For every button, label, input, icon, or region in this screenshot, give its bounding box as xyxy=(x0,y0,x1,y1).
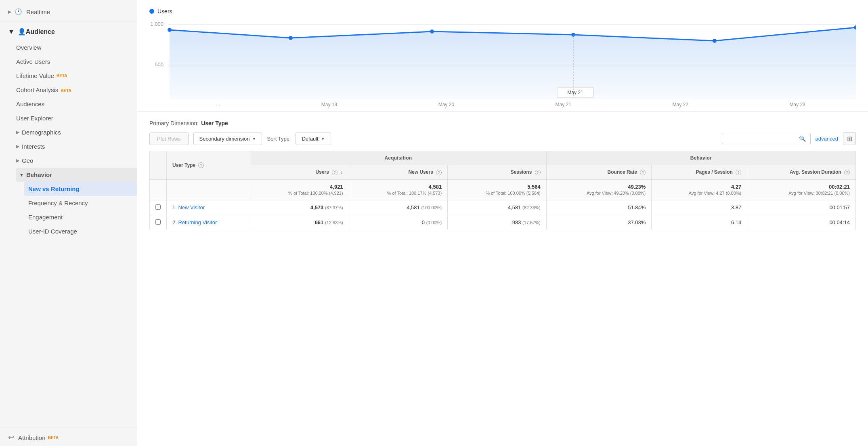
user-type-header: User Type ? xyxy=(167,151,250,180)
behavior-group-header: Behavior xyxy=(546,151,855,165)
totals-label-cell xyxy=(167,179,250,200)
audience-label: Audience xyxy=(26,28,55,36)
demographics-arrow-icon: ▶ xyxy=(16,130,19,135)
grid-view-button[interactable]: ⊞ xyxy=(843,132,856,145)
user-explorer-label: User Explorer xyxy=(16,115,53,122)
chart-svg: 1,000 500 xyxy=(149,19,856,99)
sidebar-item-user-id-coverage[interactable]: User-ID Coverage xyxy=(24,224,137,238)
data-table: User Type ? Acquisition Behavior Users ?… xyxy=(149,151,856,230)
row2-sessions: 983 (17.67%) xyxy=(448,215,547,230)
cohort-analysis-beta-badge: BETA xyxy=(61,88,71,93)
engagement-label: Engagement xyxy=(28,214,63,221)
totals-row: 4,921 % of Total: 100.00% (4,921) 4,581 … xyxy=(150,179,856,200)
search-box: 🔍 xyxy=(722,133,811,144)
row1-user-type-link[interactable]: New Visitor xyxy=(178,204,205,210)
realtime-label: Realtime xyxy=(26,8,50,15)
sidebar-item-lifetime-value[interactable]: Lifetime Value BETA xyxy=(16,69,137,83)
row2-checkbox-input[interactable] xyxy=(155,219,161,225)
row1-checkbox[interactable] xyxy=(150,200,167,215)
row1-bounce-rate: 51.84% xyxy=(546,200,652,215)
secondary-dimension-caret-icon: ▼ xyxy=(252,137,256,141)
totals-new-users: 4,581 % of Total: 100.17% (4,573) xyxy=(349,179,448,200)
svg-point-7 xyxy=(430,29,434,34)
row1-users: 4,573 (87.37%) xyxy=(250,200,349,215)
users-sort-icon[interactable]: ↓ xyxy=(341,169,343,175)
active-users-label: Active Users xyxy=(16,58,50,65)
row2-bounce-rate: 37.03% xyxy=(546,215,652,230)
row1-checkbox-input[interactable] xyxy=(155,204,161,210)
totals-pages-session: 4.27 Avg for View: 4.27 (0.00%) xyxy=(652,179,747,200)
row1-sessions: 4,581 (82.33%) xyxy=(448,200,547,215)
secondary-dimension-dropdown[interactable]: Secondary dimension ▼ xyxy=(193,133,262,145)
sessions-header: Sessions ? xyxy=(448,165,547,180)
svg-text:May 21: May 21 xyxy=(567,90,583,95)
totals-avg-session: 00:02:21 Avg for View: 00:02:21 (0.00%) xyxy=(747,179,856,200)
attribution-icon: ↩ xyxy=(8,433,14,442)
main-content: Users 1,000 500 xyxy=(137,0,868,446)
x-label-2: May 20 xyxy=(438,102,454,107)
primary-dimension-label: Primary Dimension: xyxy=(149,120,199,126)
row2-user-type: 2. Returning Visitor xyxy=(167,215,250,230)
sidebar-item-attribution[interactable]: ↩ Attribution BETA xyxy=(0,429,137,446)
row2-user-type-link[interactable]: Returning Visitor xyxy=(178,219,217,225)
sidebar-item-demographics[interactable]: ▶ Demographics xyxy=(16,125,137,139)
row2-users: 661 (12.63%) xyxy=(250,215,349,230)
svg-point-5 xyxy=(168,28,172,32)
x-label-1: May 19 xyxy=(321,102,337,107)
toolbar: Plot Rows Secondary dimension ▼ Sort Typ… xyxy=(149,132,856,145)
avg-session-duration-header: Avg. Session Duration ? xyxy=(747,165,856,180)
sidebar-item-interests[interactable]: ▶ Interests xyxy=(16,139,137,154)
behavior-label: Behavior xyxy=(26,171,52,178)
sidebar-item-engagement[interactable]: Engagement xyxy=(24,210,137,224)
users-header: Users ? ↓ xyxy=(250,165,349,180)
search-input[interactable] xyxy=(726,136,799,142)
sidebar-item-audience[interactable]: ▼ 👤 Audience xyxy=(0,23,137,40)
pages-session-info-icon: ? xyxy=(736,170,741,175)
svg-point-9 xyxy=(713,39,717,43)
attribution-beta-badge: BETA xyxy=(48,435,59,440)
totals-users: 4,921 % of Total: 100.00% (4,921) xyxy=(250,179,349,200)
sidebar-item-behavior[interactable]: ▼ Behavior xyxy=(16,168,137,182)
plot-rows-button[interactable]: Plot Rows xyxy=(149,133,189,145)
sidebar-item-geo[interactable]: ▶ Geo xyxy=(16,154,137,168)
row2-checkbox[interactable] xyxy=(150,215,167,230)
overview-label: Overview xyxy=(16,44,42,51)
new-users-header: New Users ? xyxy=(349,165,448,180)
attribution-label: Attribution xyxy=(18,434,46,441)
behavior-submenu: New vs Returning Frequency & Recency Eng… xyxy=(16,182,137,238)
sidebar-item-active-users[interactable]: Active Users xyxy=(16,55,137,69)
row2-pages-session: 6.14 xyxy=(652,215,747,230)
sidebar: ▶ 🕐 Realtime ▼ 👤 Audience Overview Activ… xyxy=(0,0,137,446)
sidebar-item-user-explorer[interactable]: User Explorer xyxy=(16,111,137,125)
sidebar-item-frequency-recency[interactable]: Frequency & Recency xyxy=(24,196,137,210)
acquisition-group-header: Acquisition xyxy=(250,151,547,165)
sidebar-item-realtime[interactable]: ▶ 🕐 Realtime xyxy=(0,4,137,19)
advanced-link[interactable]: advanced xyxy=(816,136,838,142)
new-vs-returning-label: New vs Returning xyxy=(28,185,80,192)
lifetime-value-beta-badge: BETA xyxy=(57,74,67,78)
secondary-dimension-label: Secondary dimension xyxy=(199,136,250,142)
audience-arrow-icon: ▼ xyxy=(8,28,15,36)
new-users-info-icon: ? xyxy=(436,170,442,175)
person-icon: 👤 xyxy=(18,28,26,36)
row1-pages-session: 3.87 xyxy=(652,200,747,215)
x-label-5: May 23 xyxy=(789,102,805,107)
sidebar-item-audiences[interactable]: Audiences xyxy=(16,97,137,111)
row1-user-type: 1. New Visitor xyxy=(167,200,250,215)
audiences-label: Audiences xyxy=(16,101,44,107)
totals-bounce-rate: 49.23% Avg for View: 49.23% (0.00%) xyxy=(546,179,652,200)
chart-x-labels: ... May 19 May 20 May 21 May 22 May 23 xyxy=(149,99,856,112)
svg-marker-4 xyxy=(170,27,856,99)
row1-avg-session: 00:01:57 xyxy=(747,200,856,215)
search-icon[interactable]: 🔍 xyxy=(799,135,806,142)
sidebar-item-cohort-analysis[interactable]: Cohort Analysis BETA xyxy=(16,83,137,97)
sidebar-item-overview[interactable]: Overview xyxy=(16,40,137,55)
svg-text:500: 500 xyxy=(155,61,164,67)
clock-icon: 🕐 xyxy=(15,8,22,15)
interests-label: Interests xyxy=(22,143,45,150)
interests-arrow-icon: ▶ xyxy=(16,144,19,149)
geo-arrow-icon: ▶ xyxy=(16,158,19,163)
sort-type-dropdown[interactable]: Default ▼ xyxy=(296,133,331,145)
sidebar-item-new-vs-returning[interactable]: New vs Returning xyxy=(24,182,137,196)
row2-avg-session: 00:04:14 xyxy=(747,215,856,230)
